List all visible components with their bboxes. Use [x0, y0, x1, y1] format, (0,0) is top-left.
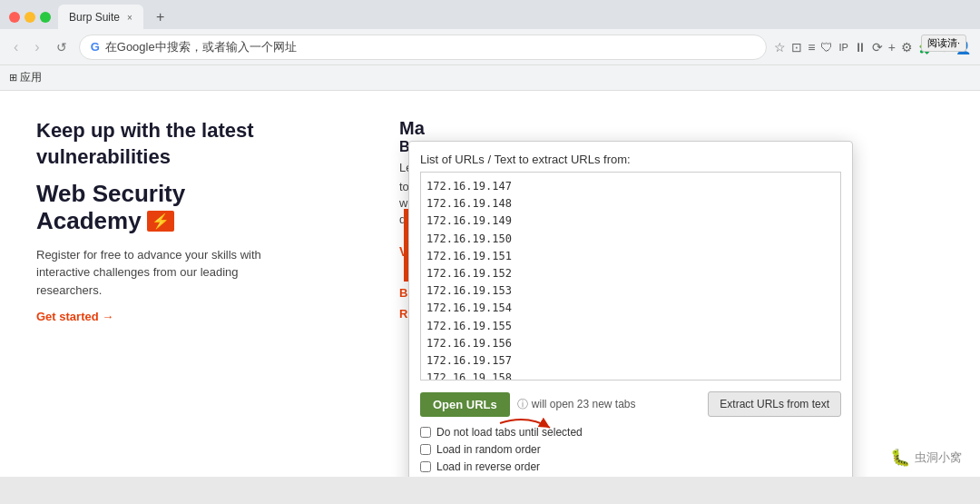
address-bar[interactable]: G 在Google中搜索，或者输入一个网址 — [79, 35, 768, 60]
ws-title-line1: Web Security — [36, 181, 345, 207]
bookmark-icon[interactable]: ☆ — [774, 40, 786, 54]
checkboxes-group: Do not load tabs until selected Load in … — [420, 426, 841, 477]
tab-title: Burp Suite — [69, 11, 120, 24]
checkbox-random-order[interactable]: Load in random order — [420, 443, 841, 456]
menu-icon[interactable]: ≡ — [808, 40, 815, 54]
will-open-info: ⓘ will open 23 new tabs — [517, 397, 701, 412]
bookmarks-bar: ⊞ 应用 阅读清· — [0, 65, 980, 91]
checkbox-no-load[interactable]: Do not load tabs until selected — [420, 426, 841, 439]
popup-header: List of URLs / Text to extract URLs from… — [420, 153, 841, 166]
ws-lightning-icon: ⚡ — [147, 211, 174, 232]
url-popup-dialog: List of URLs / Text to extract URLs from… — [408, 141, 853, 477]
watermark-text: 虫洞小窝 — [915, 450, 962, 466]
page-description: Register for free to advance your skills… — [36, 246, 263, 300]
cast-icon[interactable]: ⊡ — [791, 40, 802, 54]
title-bar: Burp Suite × + — [0, 0, 980, 29]
keep-up-heading: Keep up with the latestvulnerabilities — [36, 118, 345, 170]
apps-icon: ⊞ — [9, 72, 17, 84]
make-title: Ma — [399, 118, 962, 139]
maximize-button[interactable] — [40, 12, 51, 23]
watermark: 🐛 虫洞小窝 — [890, 448, 962, 468]
browser-tab[interactable]: Burp Suite × — [58, 5, 143, 30]
minimize-button[interactable] — [24, 12, 35, 23]
google-icon: G — [91, 40, 100, 54]
extensions-icon[interactable]: ⚙ — [901, 40, 913, 54]
open-urls-button[interactable]: Open URLs — [420, 392, 510, 417]
reading-mode-area: 阅读清· — [921, 35, 966, 52]
bug-icon: 🐛 — [890, 448, 910, 468]
page-content: Keep up with the latestvulnerabilities W… — [0, 91, 980, 477]
no-load-label: Do not load tabs until selected — [436, 426, 583, 439]
capture-icon[interactable]: + — [888, 40, 896, 54]
reverse-order-checkbox[interactable] — [420, 461, 431, 472]
info-icon: ⓘ — [517, 397, 528, 412]
checkbox-reverse-order[interactable]: Load in reverse order — [420, 460, 841, 473]
url-textarea[interactable] — [420, 172, 841, 380]
no-load-checkbox[interactable] — [420, 427, 431, 438]
ip-icon[interactable]: IP — [838, 42, 848, 53]
popup-actions: Open URLs ⓘ will open 23 new tabs Extrac… — [420, 391, 841, 417]
traffic-lights — [9, 12, 51, 23]
back-button[interactable]: ‹ — [9, 37, 23, 57]
ws-title-line2: Academy — [36, 207, 142, 235]
page-left-panel: Keep up with the latestvulnerabilities W… — [0, 91, 381, 477]
get-started-link[interactable]: Get started → — [36, 310, 345, 323]
close-button[interactable] — [9, 12, 20, 23]
forward-button[interactable]: › — [30, 37, 44, 57]
pause-icon[interactable]: ⏸ — [854, 40, 867, 54]
tab-close-icon[interactable]: × — [127, 13, 132, 23]
reverse-order-label: Load in reverse order — [436, 460, 540, 473]
extract-urls-button[interactable]: Extract URLs from text — [708, 391, 841, 417]
random-order-label: Load in random order — [436, 443, 541, 456]
address-text: 在Google中搜索，或者输入一个网址 — [105, 39, 755, 55]
bookmark-apps[interactable]: ⊞ 应用 — [9, 70, 42, 85]
ws-academy-line: Academy ⚡ — [36, 207, 345, 235]
web-security-logo: Web Security Academy ⚡ — [36, 181, 345, 235]
reading-mode-button[interactable]: 阅读清· — [921, 35, 966, 52]
bookmark-label: 应用 — [20, 70, 42, 85]
new-tab-button[interactable]: + — [156, 9, 164, 25]
translate-icon[interactable]: ⟳ — [872, 40, 883, 54]
shield-icon[interactable]: 🛡 — [820, 40, 833, 54]
nav-bar: ‹ › ↺ G 在Google中搜索，或者输入一个网址 ☆ ⊡ ≡ 🛡 IP ⏸… — [0, 29, 980, 65]
random-order-checkbox[interactable] — [420, 444, 431, 455]
will-open-text: will open 23 new tabs — [532, 398, 636, 410]
reload-button[interactable]: ↺ — [52, 38, 72, 56]
browser-chrome: Burp Suite × + ‹ › ↺ G 在Google中搜索，或者输入一个… — [0, 0, 980, 91]
